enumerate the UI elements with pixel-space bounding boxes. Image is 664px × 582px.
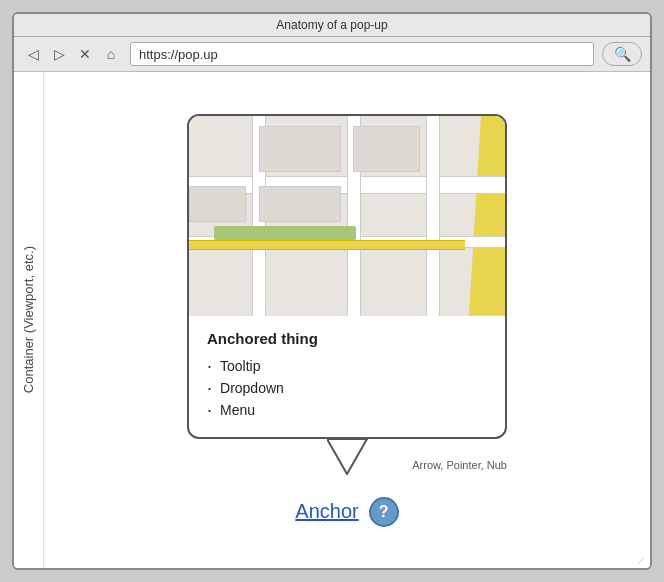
svg-marker-0	[327, 439, 367, 474]
sidebar-label: Container (Viewport, etc.)	[14, 72, 44, 568]
anchor-row: Anchor ?	[295, 497, 398, 527]
map-block1	[259, 126, 341, 172]
forward-icon: ▷	[54, 46, 65, 62]
back-icon: ◁	[28, 46, 39, 62]
map-road-yellow	[189, 240, 465, 250]
popup-list: Tooltip Dropdown Menu	[207, 355, 487, 421]
back-button[interactable]: ◁	[22, 43, 44, 65]
popup-box: Anchored thing Tooltip Dropdown Menu	[187, 114, 507, 439]
home-icon: ⌂	[107, 46, 115, 62]
window-title: Anatomy of a pop-up	[276, 18, 387, 32]
main-content: Anchored thing Tooltip Dropdown Menu	[44, 72, 650, 568]
close-icon: ✕	[79, 46, 91, 62]
list-item-dropdown: Dropdown	[207, 377, 487, 399]
address-bar[interactable]	[130, 42, 594, 66]
popup-title: Anchored thing	[207, 330, 487, 347]
arrow-label: Arrow, Pointer, Nub	[412, 459, 507, 471]
popup-container: Anchored thing Tooltip Dropdown Menu	[187, 114, 507, 489]
title-bar: Anatomy of a pop-up	[14, 14, 650, 37]
popup-text-area: Anchored thing Tooltip Dropdown Menu	[189, 316, 505, 437]
nav-buttons: ◁ ▷ ✕ ⌂	[22, 43, 122, 65]
search-icon: 🔍	[614, 46, 631, 62]
browser-window: Anatomy of a pop-up ◁ ▷ ✕ ⌂ 🔍 Container …	[12, 12, 652, 570]
browser-content: Container (Viewport, etc.)	[14, 72, 650, 568]
popup-arrow	[327, 439, 387, 479]
list-item-menu: Menu	[207, 399, 487, 421]
map-green-block	[214, 226, 356, 240]
map-block3	[189, 186, 246, 222]
search-button[interactable]: 🔍	[602, 42, 642, 66]
map-grid	[189, 116, 505, 316]
map-block2	[353, 126, 419, 172]
map-road-v3	[426, 116, 440, 316]
list-item-tooltip: Tooltip	[207, 355, 487, 377]
map-road-diagonal	[445, 116, 505, 316]
map-area	[189, 116, 505, 316]
anchor-link[interactable]: Anchor	[295, 500, 358, 523]
map-block4	[259, 186, 341, 222]
toolbar: ◁ ▷ ✕ ⌂ 🔍	[14, 37, 650, 72]
sidebar-text: Container (Viewport, etc.)	[21, 246, 36, 393]
popup-arrow-area: Arrow, Pointer, Nub	[187, 439, 507, 489]
help-symbol: ?	[379, 503, 389, 521]
help-icon[interactable]: ?	[369, 497, 399, 527]
close-button[interactable]: ✕	[74, 43, 96, 65]
home-button[interactable]: ⌂	[100, 43, 122, 65]
forward-button[interactable]: ▷	[48, 43, 70, 65]
resize-handle: ⟋	[636, 555, 646, 566]
